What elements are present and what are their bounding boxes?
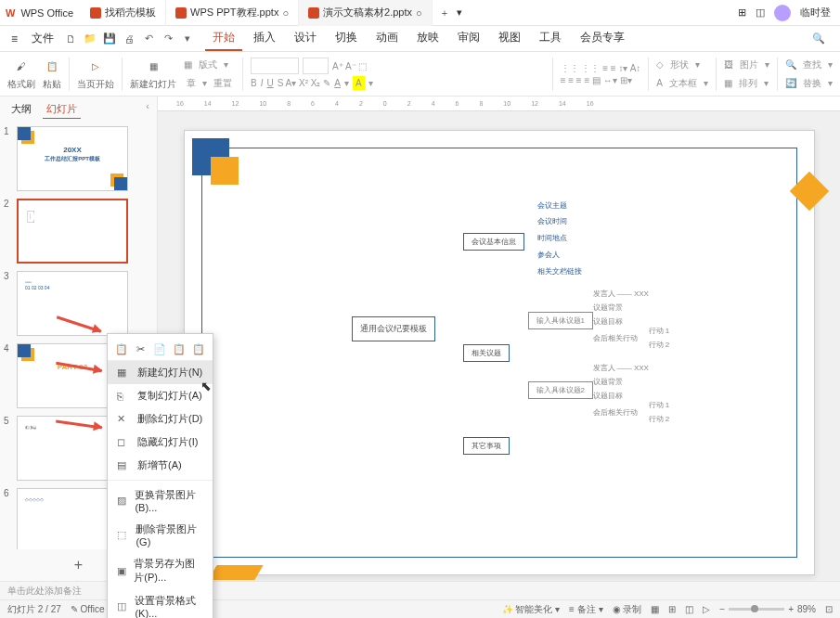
paste-button[interactable]: 📋粘贴 bbox=[43, 58, 61, 91]
titlebar: W WPS Office 找稻壳模板 WPS PPT教程.pptx ○ 演示文稿… bbox=[0, 0, 840, 26]
ribbon-toolbar: 🖌格式刷 📋粘贴 ▷当页开始 ▦新建幻灯片 ▦ 版式▾ 章▾ 重置 A⁺ A⁻ … bbox=[0, 52, 840, 97]
new-tab-button[interactable]: + bbox=[433, 7, 457, 19]
font-group[interactable]: A⁺ A⁻ ⬚ bbox=[251, 58, 545, 74]
paragraph-group[interactable]: ⋮⋮ ⋮⋮ ≡ ≡ ↕▾ A↕ bbox=[561, 63, 641, 73]
tab-label: 演示文稿素材2.pptx bbox=[323, 6, 412, 19]
notes-button[interactable]: ≡ 备注 ▾ bbox=[569, 603, 602, 616]
username[interactable]: 临时登 bbox=[800, 6, 831, 19]
paste-special-icon[interactable]: 📋 bbox=[173, 341, 187, 356]
view-sorter-icon[interactable]: ⊞ bbox=[668, 604, 676, 614]
slide-thumb-2[interactable]: 2 ┌─┐││└─┘ bbox=[4, 199, 153, 264]
cursor-icon: ⬉ bbox=[200, 379, 212, 393]
reset-button[interactable]: 重置 bbox=[211, 75, 235, 92]
tab-dropdown-icon[interactable]: ▾ bbox=[457, 6, 462, 19]
menu-hide-slide[interactable]: ◻隐藏幻灯片(I) bbox=[108, 431, 213, 454]
ppt-icon bbox=[308, 7, 319, 19]
open-icon[interactable]: 📁 bbox=[82, 31, 98, 47]
titlebar-right: ⊞ ◫ 临时登 bbox=[729, 5, 840, 21]
mm-root[interactable]: 通用会议纪要模板 bbox=[352, 316, 435, 341]
ribbon-tab-tools[interactable]: 工具 bbox=[532, 26, 569, 51]
zoom-control[interactable]: − + 89% bbox=[719, 604, 816, 614]
align-group[interactable]: ≡ ≡ ≡ ≡ ▤ ↔▾ ⊞▾ bbox=[561, 75, 641, 85]
ribbon-tab-view[interactable]: 视图 bbox=[491, 26, 528, 51]
replace-button[interactable]: 🔄 替换▾ bbox=[785, 75, 833, 92]
shape-button[interactable]: ◇ 形状▾ bbox=[656, 57, 708, 73]
arrange-button[interactable]: ▦ 排列▾ bbox=[724, 75, 769, 92]
app-name: WPS Office bbox=[20, 7, 81, 19]
dropdown-icon[interactable]: ▾ bbox=[179, 31, 196, 47]
tab-template-store[interactable]: 找稻壳模板 bbox=[81, 0, 166, 26]
menubar: ≡ 文件 🗋 📁 💾 🖨 ↶ ↷ ▾ 开始 插入 设计 切换 动画 放映 审阅 … bbox=[0, 26, 840, 52]
menu-duplicate-slide[interactable]: ⎘复制幻灯片(A) bbox=[108, 384, 213, 407]
smart-beauty-button[interactable]: ✨ 智能美化 ▾ bbox=[502, 603, 561, 616]
ribbon-tab-home[interactable]: 开始 bbox=[205, 26, 242, 51]
copy-icon[interactable]: 📄 bbox=[153, 341, 167, 356]
search-icon[interactable]: 🔍 bbox=[803, 32, 834, 45]
ruler-horizontal: 1614121086420246810121416 bbox=[158, 97, 840, 111]
from-current-button[interactable]: ▷当页开始 bbox=[77, 58, 114, 91]
view-normal-icon[interactable]: ▦ bbox=[651, 604, 659, 614]
section-button[interactable]: 章 bbox=[184, 75, 199, 92]
zoom-slider[interactable] bbox=[729, 608, 784, 611]
mm-branch-info[interactable]: 会议基本信息 bbox=[463, 233, 524, 251]
undo-icon[interactable]: ↶ bbox=[140, 31, 157, 47]
tab-ppt-tutorial[interactable]: WPS PPT教程.pptx ○ bbox=[166, 0, 299, 26]
tab-presentation-material[interactable]: 演示文稿素材2.pptx ○ bbox=[299, 0, 433, 26]
window-icon[interactable]: ◫ bbox=[756, 6, 765, 19]
new-doc-icon[interactable]: 🗋 bbox=[62, 31, 79, 47]
ribbon-tab-animation[interactable]: 动画 bbox=[368, 26, 406, 51]
zoom-in-icon[interactable]: + bbox=[788, 604, 794, 614]
paste-keep-icon[interactable]: 📋 bbox=[191, 341, 205, 356]
ribbon-tab-insert[interactable]: 插入 bbox=[246, 26, 283, 51]
record-button[interactable]: ◉ 录制 bbox=[613, 603, 642, 616]
ribbon-tab-transition[interactable]: 切换 bbox=[328, 26, 365, 51]
ribbon-tab-review[interactable]: 审阅 bbox=[450, 26, 487, 51]
zoom-out-icon[interactable]: − bbox=[719, 604, 725, 614]
slides-tab[interactable]: 幻灯片 bbox=[43, 100, 81, 119]
mm-branch-topics[interactable]: 相关议题 bbox=[463, 344, 510, 362]
menu-format-bg[interactable]: ◫设置背景格式(K)... bbox=[108, 589, 213, 618]
mm-branch-other[interactable]: 其它事项 bbox=[463, 437, 510, 455]
layout-icon[interactable]: ⊞ bbox=[738, 6, 746, 19]
menu-new-slide[interactable]: ▦新建幻灯片(N) bbox=[108, 361, 213, 384]
slide-thumb-3[interactable]: 3 ▫▫▫▫01 02 03 04 bbox=[4, 271, 153, 336]
hamburger-icon[interactable]: ≡ bbox=[6, 32, 23, 45]
font-style-group[interactable]: B I U S A▾ X² X₂ ✎ A▾ A▾ bbox=[251, 76, 545, 90]
find-button[interactable]: 🔍 查找▾ bbox=[785, 57, 833, 73]
menu-delete-bg[interactable]: ⬚删除背景图片(G) bbox=[108, 518, 213, 552]
zoom-value: 89% bbox=[797, 604, 816, 614]
fit-icon[interactable]: ⊡ bbox=[825, 604, 833, 614]
menu-add-section[interactable]: ▤新增节(A) bbox=[108, 454, 213, 477]
modified-indicator: ○ bbox=[416, 7, 422, 19]
layout-button[interactable]: ▦ 版式▾ bbox=[184, 57, 235, 73]
format-painter-button[interactable]: 🖌格式刷 bbox=[7, 58, 35, 91]
ribbon-tab-slideshow[interactable]: 放映 bbox=[409, 26, 446, 51]
ribbon-tab-design[interactable]: 设计 bbox=[287, 26, 324, 51]
canvas-area: 1614121086420246810121416 通用会议纪要模板 会议基本信… bbox=[158, 97, 840, 581]
print-icon[interactable]: 🖨 bbox=[121, 31, 137, 47]
ppt-icon bbox=[175, 7, 187, 19]
collapse-icon[interactable]: ‹ bbox=[146, 100, 149, 119]
avatar[interactable] bbox=[774, 5, 791, 21]
doc-icon bbox=[90, 7, 101, 19]
new-slide-button[interactable]: ▦新建幻灯片 bbox=[130, 58, 176, 91]
cut-icon[interactable]: ✂ bbox=[135, 341, 149, 356]
textbox-button[interactable]: A 文本框▾ bbox=[656, 75, 708, 92]
tab-label: WPS PPT教程.pptx bbox=[190, 6, 278, 19]
menu-change-bg[interactable]: ▨更换背景图片(B)... bbox=[108, 483, 213, 518]
view-reading-icon[interactable]: ◫ bbox=[685, 604, 693, 614]
tab-label: 找稻壳模板 bbox=[105, 6, 156, 19]
image-button[interactable]: 🖼 图片▾ bbox=[724, 57, 769, 73]
menu-save-bg[interactable]: ▣背景另存为图片(P)... bbox=[108, 552, 213, 589]
save-icon[interactable]: 💾 bbox=[101, 31, 118, 47]
file-menu[interactable]: 文件 bbox=[26, 31, 59, 46]
outline-tab[interactable]: 大纲 bbox=[7, 100, 35, 119]
paste-icon[interactable]: 📋 bbox=[115, 341, 129, 356]
slide-canvas[interactable]: 通用会议纪要模板 会议基本信息 会议主题 会议时间 时间地点 参会人 相关文档链… bbox=[184, 130, 815, 575]
redo-icon[interactable]: ↷ bbox=[160, 31, 176, 47]
slide-context-menu: 📋 ✂ 📄 📋 📋 ▦新建幻灯片(N) ⎘复制幻灯片(A) ✕删除幻灯片(D) … bbox=[107, 333, 213, 618]
ribbon-tab-member[interactable]: 会员专享 bbox=[573, 26, 632, 51]
view-slideshow-icon[interactable]: ▷ bbox=[703, 604, 710, 614]
menu-delete-slide[interactable]: ✕删除幻灯片(D) bbox=[108, 407, 213, 431]
slide-thumb-1[interactable]: 1 20XX工作总结汇报PPT模板 bbox=[4, 126, 153, 191]
